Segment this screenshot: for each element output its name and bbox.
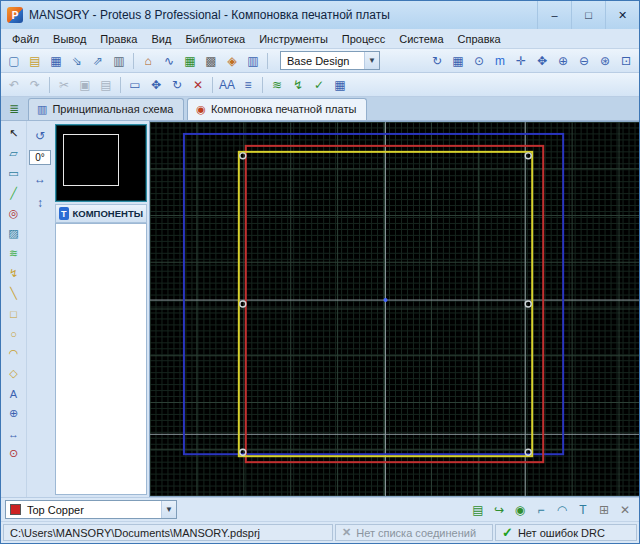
delete-filter-icon[interactable]: ✕ [615, 500, 635, 520]
page-list-icon[interactable]: ≣ [5, 100, 23, 118]
home-icon[interactable]: ⌂ [138, 51, 158, 71]
ratsnest-recalc-icon[interactable]: ≋ [267, 75, 287, 95]
layer-stack-icon[interactable]: ▤ [468, 500, 488, 520]
3d-visualizer-icon[interactable]: ▩ [201, 51, 221, 71]
chevron-down-icon[interactable]: ▼ [364, 52, 379, 69]
pcb-tab-icon: ◉ [196, 103, 206, 116]
maximize-button[interactable]: □ [571, 1, 605, 29]
open-file-icon[interactable]: ▤ [25, 51, 45, 71]
rotation-angle-input[interactable]: 0° [29, 150, 51, 165]
via-filter-icon[interactable]: ◉ [510, 500, 530, 520]
origin-icon[interactable]: ⊙ [4, 444, 24, 463]
netlist-missing-icon: ✕ [342, 526, 351, 539]
menu-system[interactable]: Система [392, 31, 450, 47]
zoom-in-icon[interactable]: ⊕ [553, 51, 573, 71]
2d-circle-icon[interactable]: ○ [4, 324, 24, 343]
menu-tools[interactable]: Инструменты [252, 31, 335, 47]
block-move-icon[interactable]: ✥ [146, 75, 166, 95]
via-mode-icon[interactable]: ◎ [4, 204, 24, 223]
trace-angle-icon[interactable]: ⌐ [531, 500, 551, 520]
graphics-filter-icon[interactable]: ⊞ [594, 500, 614, 520]
layer-color-chip [10, 504, 21, 515]
design-rule-manager-icon[interactable]: ▦ [330, 75, 350, 95]
import-icon[interactable]: ⇘ [67, 51, 87, 71]
save-file-icon[interactable]: ▦ [46, 51, 66, 71]
ratsnest-mode-icon[interactable]: ≋ [4, 244, 24, 263]
zoom-area-icon[interactable]: ⊡ [616, 51, 636, 71]
design-explorer-icon[interactable]: ▥ [243, 51, 263, 71]
menu-help[interactable]: Справка [451, 31, 508, 47]
menu-edit[interactable]: Правка [93, 31, 144, 47]
auto-router-icon[interactable]: ↯ [288, 75, 308, 95]
gerber-viewer-icon[interactable]: ◈ [222, 51, 242, 71]
2d-text-icon[interactable]: A [4, 384, 24, 403]
component-mode-icon[interactable]: ▱ [4, 144, 24, 163]
units-toggle-icon[interactable]: m [490, 51, 510, 71]
chevron-down-icon[interactable]: ▼ [161, 501, 176, 518]
layer-selector[interactable]: Top Copper ▼ [5, 500, 177, 519]
text-filter-icon[interactable]: T [573, 500, 593, 520]
search-tag-icon[interactable]: ≡ [238, 75, 258, 95]
block-delete-icon[interactable]: ✕ [188, 75, 208, 95]
mirror-horizontal-icon[interactable]: ↔ [30, 169, 50, 189]
find-component-icon[interactable]: АА [217, 75, 237, 95]
selection-arrow-icon[interactable]: ↖ [4, 124, 24, 143]
paste-icon[interactable]: ▤ [96, 75, 116, 95]
block-rotate-icon[interactable]: ↻ [167, 75, 187, 95]
tab-schematic[interactable]: ▥ Принципиальная схема [28, 98, 184, 120]
undo-icon[interactable]: ↶ [4, 75, 24, 95]
trace-mode-icon[interactable]: ╱ [4, 184, 24, 203]
menu-process[interactable]: Процесс [335, 31, 392, 47]
mirror-vertical-icon[interactable]: ↕ [30, 193, 50, 213]
title-bar[interactable]: P MANSORY - Proteus 8 Professional - Ком… [1, 1, 639, 29]
menu-library[interactable]: Библиотека [178, 31, 252, 47]
separator [212, 77, 213, 93]
components-panel-icon[interactable]: T [59, 207, 69, 220]
false-origin-icon[interactable]: ⊙ [469, 51, 489, 71]
redraw-icon[interactable]: ↻ [427, 51, 447, 71]
separator [262, 77, 263, 93]
close-button[interactable]: ✕ [605, 1, 639, 29]
2d-line-icon[interactable]: ╲ [4, 284, 24, 303]
components-list[interactable] [55, 223, 147, 495]
zone-mode-icon[interactable]: ▨ [4, 224, 24, 243]
grid-toggle-icon[interactable]: ▦ [448, 51, 468, 71]
netlist-status-text: Нет списка соединений [356, 527, 476, 539]
zoom-out-icon[interactable]: ⊖ [574, 51, 594, 71]
components-panel-header: T КОМПОНЕНТЫ [55, 204, 147, 223]
copy-icon[interactable]: ▣ [75, 75, 95, 95]
main-area: ↖▱▭╱◎▨≋↯╲□○◠◇A⊕↔⊙ ↺ 0° ↔ ↕ T КОМПОНЕНТЫ [1, 121, 639, 497]
design-selector[interactable]: Base Design ▼ [280, 51, 380, 70]
menu-file[interactable]: Файл [5, 31, 46, 47]
menu-view[interactable]: Вид [144, 31, 178, 47]
pcb-canvas[interactable] [149, 121, 639, 497]
zoom-all-icon[interactable]: ⊛ [595, 51, 615, 71]
redo-icon[interactable]: ↷ [25, 75, 45, 95]
print-icon[interactable]: ▥ [109, 51, 129, 71]
dimension-icon[interactable]: ↔ [4, 424, 24, 443]
menu-output[interactable]: Вывод [46, 31, 93, 47]
pcb-layout-icon[interactable]: ▦ [180, 51, 200, 71]
block-copy-icon[interactable]: ▭ [125, 75, 145, 95]
tab-label: Принципиальная схема [52, 103, 173, 115]
auto-track-necking-icon[interactable]: ↪ [489, 500, 509, 520]
export-icon[interactable]: ⇗ [88, 51, 108, 71]
2d-path-icon[interactable]: ◇ [4, 364, 24, 383]
rotate-ccw-icon[interactable]: ↺ [30, 126, 50, 146]
package-mode-icon[interactable]: ▭ [4, 164, 24, 183]
drc-check-icon[interactable]: ✓ [309, 75, 329, 95]
curved-trace-icon[interactable]: ◠ [552, 500, 572, 520]
schematic-capture-icon[interactable]: ∿ [159, 51, 179, 71]
2d-arc-icon[interactable]: ◠ [4, 344, 24, 363]
connectivity-highlight-icon[interactable]: ↯ [4, 264, 24, 283]
center-at-cursor-icon[interactable]: ✛ [511, 51, 531, 71]
minimize-button[interactable]: – [537, 1, 571, 29]
cut-icon[interactable]: ✂ [54, 75, 74, 95]
pan-icon[interactable]: ✥ [532, 51, 552, 71]
preview-board-outline [63, 134, 119, 186]
2d-symbol-icon[interactable]: ⊕ [4, 404, 24, 423]
new-file-icon[interactable]: ▢ [4, 51, 24, 71]
2d-box-icon[interactable]: □ [4, 304, 24, 323]
board-overview-preview[interactable] [55, 124, 147, 202]
tab-pcb-layout[interactable]: ◉ Компоновка печатной платы [187, 98, 367, 120]
